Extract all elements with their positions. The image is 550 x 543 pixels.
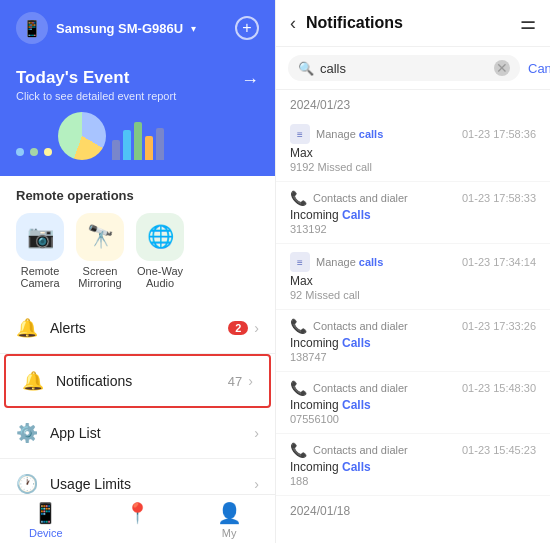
notif-content-1: Max 9192 Missed call <box>290 146 536 173</box>
notif-content-4: Incoming Calls 138747 <box>290 336 536 363</box>
remote-camera[interactable]: 📷 RemoteCamera <box>16 213 64 289</box>
event-card[interactable]: Today's Event Click to see detailed even… <box>0 56 275 176</box>
menu-item-applist[interactable]: ⚙️ App List › <box>0 408 275 459</box>
dot-green <box>30 148 38 156</box>
usage-label: Usage Limits <box>50 476 254 492</box>
dot-blue <box>16 148 24 156</box>
device-name: Samsung SM-G986U <box>56 21 183 36</box>
notif-time-6: 01-23 15:45:23 <box>462 444 536 456</box>
app-name-4: Contacts and dialer <box>313 320 408 332</box>
notif-top-5: 📞 Contacts and dialer 01-23 15:48:30 <box>290 380 536 396</box>
notifications-label: Notifications <box>56 373 228 389</box>
app-name-6: Contacts and dialer <box>313 444 408 456</box>
notif-sub-3: 92 Missed call <box>290 289 536 301</box>
notif-main-5: Incoming Calls <box>290 398 536 412</box>
mirroring-icon: 🔭 <box>87 224 114 250</box>
notif-app-1: ≡ Manage calls <box>290 124 383 144</box>
notif-top-4: 📞 Contacts and dialer 01-23 17:33:26 <box>290 318 536 334</box>
back-button[interactable]: ‹ <box>290 13 296 34</box>
clear-search-button[interactable]: ✕ <box>494 60 510 76</box>
notif-item-5[interactable]: 📞 Contacts and dialer 01-23 15:48:30 Inc… <box>276 372 550 434</box>
notif-item-2[interactable]: 📞 Contacts and dialer 01-23 17:58:33 Inc… <box>276 182 550 244</box>
remote-items: 📷 RemoteCamera 🔭 ScreenMirroring 🌐 One-W… <box>16 213 259 289</box>
add-device-button[interactable]: + <box>235 16 259 40</box>
audio-icon-wrap: 🌐 <box>136 213 184 261</box>
notif-time-1: 01-23 17:58:36 <box>462 128 536 140</box>
contacts-icon-4: 📞 <box>290 318 307 334</box>
remote-mirroring-label: ScreenMirroring <box>78 265 121 289</box>
notifications-list: 2024/01/23 ≡ Manage calls 01-23 17:58:36… <box>276 90 550 543</box>
notif-sub-2: 313192 <box>290 223 536 235</box>
remote-audio[interactable]: 🌐 One-WayAudio <box>136 213 184 289</box>
notif-top-3: ≡ Manage calls 01-23 17:34:14 <box>290 252 536 272</box>
notif-main-3: Max <box>290 274 536 288</box>
nav-device[interactable]: 📱 Device <box>0 501 92 539</box>
usage-chevron: › <box>254 476 259 492</box>
left-panel: 📱 Samsung SM-G986U ▾ + Today's Event Cli… <box>0 0 275 543</box>
search-input-wrap: 🔍 ✕ <box>288 55 520 81</box>
notif-app-2: 📞 Contacts and dialer <box>290 190 408 206</box>
contacts-icon-6: 📞 <box>290 442 307 458</box>
notif-main-2: Incoming Calls <box>290 208 536 222</box>
menu-item-usage[interactable]: 🕐 Usage Limits › <box>0 459 275 494</box>
notif-item-1[interactable]: ≡ Manage calls 01-23 17:58:36 Max 9192 M… <box>276 116 550 182</box>
notif-time-4: 01-23 17:33:26 <box>462 320 536 332</box>
menu-item-notifications[interactable]: 🔔 Notifications 47 › <box>4 354 271 408</box>
nav-location[interactable]: 📍 <box>92 501 184 539</box>
notif-main-4: Incoming Calls <box>290 336 536 350</box>
search-bar: 🔍 ✕ Cancel <box>276 47 550 90</box>
notifications-icon: 🔔 <box>22 370 44 392</box>
remote-section: Remote operations 📷 RemoteCamera 🔭 Scree… <box>0 176 275 297</box>
device-info: 📱 Samsung SM-G986U ▾ <box>16 12 196 44</box>
date-header-2: 2024/01/18 <box>276 496 550 522</box>
right-header: ‹ Notifications ⚌ <box>276 0 550 47</box>
pie-chart <box>58 112 106 160</box>
notif-app-5: 📞 Contacts and dialer <box>290 380 408 396</box>
applist-chevron: › <box>254 425 259 441</box>
search-icon: 🔍 <box>298 61 314 76</box>
audio-icon: 🌐 <box>147 224 174 250</box>
menu-list: 🔔 Alerts 2 › 🔔 Notifications 47 › ⚙️ App… <box>0 303 275 494</box>
notif-item-6[interactable]: 📞 Contacts and dialer 01-23 15:45:23 Inc… <box>276 434 550 496</box>
notif-content-6: Incoming Calls 188 <box>290 460 536 487</box>
event-title: Today's Event <box>16 68 259 88</box>
notif-top-2: 📞 Contacts and dialer 01-23 17:58:33 <box>290 190 536 206</box>
remote-camera-label: RemoteCamera <box>20 265 59 289</box>
filter-button[interactable]: ⚌ <box>520 12 536 34</box>
manage-icon-3: ≡ <box>290 252 310 272</box>
my-nav-icon: 👤 <box>217 501 242 525</box>
date-header-1: 2024/01/23 <box>276 90 550 116</box>
notif-app-4: 📞 Contacts and dialer <box>290 318 408 334</box>
app-name-5: Contacts and dialer <box>313 382 408 394</box>
cancel-button[interactable]: Cancel <box>528 61 550 76</box>
notif-top-1: ≡ Manage calls 01-23 17:58:36 <box>290 124 536 144</box>
notif-app-6: 📞 Contacts and dialer <box>290 442 408 458</box>
notif-item-3[interactable]: ≡ Manage calls 01-23 17:34:14 Max 92 Mis… <box>276 244 550 310</box>
notif-main-1: Max <box>290 146 536 160</box>
bar4 <box>145 136 153 160</box>
manage-app-icon: ≡ <box>297 129 303 140</box>
nav-my[interactable]: 👤 My <box>183 501 275 539</box>
highlight-5: Calls <box>342 398 371 412</box>
right-title: Notifications <box>306 14 520 32</box>
search-input[interactable] <box>320 61 488 76</box>
contacts-icon-5: 📞 <box>290 380 307 396</box>
bar1 <box>112 140 120 160</box>
menu-item-alerts[interactable]: 🔔 Alerts 2 › <box>0 303 275 354</box>
app-name-3: Manage calls <box>316 256 383 268</box>
notif-item-4[interactable]: 📞 Contacts and dialer 01-23 17:33:26 Inc… <box>276 310 550 372</box>
device-header: 📱 Samsung SM-G986U ▾ + <box>0 0 275 56</box>
notif-sub-1: 9192 Missed call <box>290 161 536 173</box>
device-dropdown-icon[interactable]: ▾ <box>191 23 196 34</box>
notif-time-5: 01-23 15:48:30 <box>462 382 536 394</box>
notif-top-6: 📞 Contacts and dialer 01-23 15:45:23 <box>290 442 536 458</box>
alerts-icon: 🔔 <box>16 317 38 339</box>
notif-content-2: Incoming Calls 313192 <box>290 208 536 235</box>
remote-mirroring[interactable]: 🔭 ScreenMirroring <box>76 213 124 289</box>
right-panel: ‹ Notifications ⚌ 🔍 ✕ Cancel 2024/01/23 … <box>275 0 550 543</box>
remote-audio-label: One-WayAudio <box>137 265 183 289</box>
device-nav-label: Device <box>29 527 63 539</box>
notif-sub-6: 188 <box>290 475 536 487</box>
notifications-count: 47 <box>228 374 242 389</box>
notif-sub-4: 138747 <box>290 351 536 363</box>
